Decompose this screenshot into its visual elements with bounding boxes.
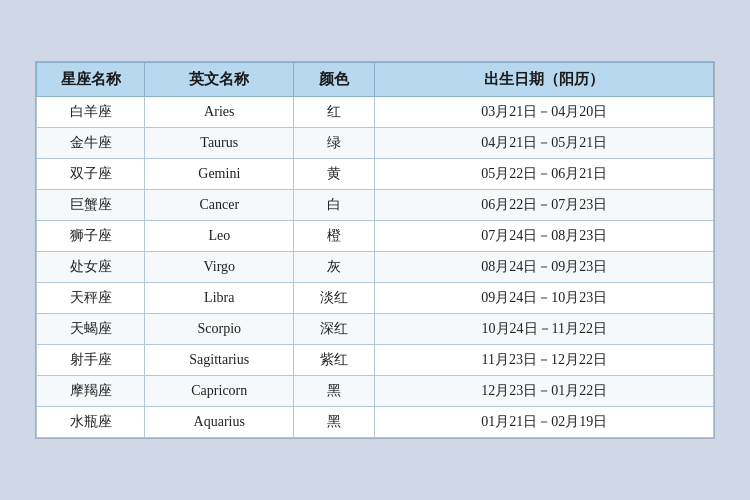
table-row: 天秤座Libra淡红09月24日－10月23日	[37, 283, 714, 314]
table-row: 金牛座Taurus绿04月21日－05月21日	[37, 128, 714, 159]
cell-color: 红	[294, 97, 375, 128]
table-header-row: 星座名称 英文名称 颜色 出生日期（阳历）	[37, 63, 714, 97]
cell-zh-name: 天秤座	[37, 283, 145, 314]
cell-en-name: Aquarius	[145, 407, 294, 438]
cell-en-name: Cancer	[145, 190, 294, 221]
cell-color: 橙	[294, 221, 375, 252]
table-row: 射手座Sagittarius紫红11月23日－12月22日	[37, 345, 714, 376]
cell-color: 黑	[294, 376, 375, 407]
table-row: 处女座Virgo灰08月24日－09月23日	[37, 252, 714, 283]
cell-en-name: Libra	[145, 283, 294, 314]
header-zh-name: 星座名称	[37, 63, 145, 97]
table-row: 摩羯座Capricorn黑12月23日－01月22日	[37, 376, 714, 407]
cell-date: 04月21日－05月21日	[375, 128, 714, 159]
cell-zh-name: 射手座	[37, 345, 145, 376]
table-row: 双子座Gemini黄05月22日－06月21日	[37, 159, 714, 190]
cell-en-name: Virgo	[145, 252, 294, 283]
cell-zh-name: 白羊座	[37, 97, 145, 128]
cell-en-name: Taurus	[145, 128, 294, 159]
header-en-name: 英文名称	[145, 63, 294, 97]
cell-zh-name: 金牛座	[37, 128, 145, 159]
cell-color: 绿	[294, 128, 375, 159]
cell-date: 06月22日－07月23日	[375, 190, 714, 221]
cell-color: 淡红	[294, 283, 375, 314]
table-row: 巨蟹座Cancer白06月22日－07月23日	[37, 190, 714, 221]
cell-zh-name: 摩羯座	[37, 376, 145, 407]
cell-color: 黑	[294, 407, 375, 438]
cell-color: 白	[294, 190, 375, 221]
cell-zh-name: 双子座	[37, 159, 145, 190]
cell-zh-name: 巨蟹座	[37, 190, 145, 221]
cell-date: 07月24日－08月23日	[375, 221, 714, 252]
cell-date: 09月24日－10月23日	[375, 283, 714, 314]
cell-en-name: Leo	[145, 221, 294, 252]
cell-en-name: Aries	[145, 97, 294, 128]
header-color: 颜色	[294, 63, 375, 97]
table-row: 狮子座Leo橙07月24日－08月23日	[37, 221, 714, 252]
cell-date: 08月24日－09月23日	[375, 252, 714, 283]
cell-color: 紫红	[294, 345, 375, 376]
header-date: 出生日期（阳历）	[375, 63, 714, 97]
zodiac-table: 星座名称 英文名称 颜色 出生日期（阳历） 白羊座Aries红03月21日－04…	[36, 62, 714, 438]
table-row: 白羊座Aries红03月21日－04月20日	[37, 97, 714, 128]
cell-date: 11月23日－12月22日	[375, 345, 714, 376]
table-row: 水瓶座Aquarius黑01月21日－02月19日	[37, 407, 714, 438]
cell-date: 10月24日－11月22日	[375, 314, 714, 345]
cell-color: 黄	[294, 159, 375, 190]
cell-en-name: Gemini	[145, 159, 294, 190]
cell-en-name: Capricorn	[145, 376, 294, 407]
zodiac-table-container: 星座名称 英文名称 颜色 出生日期（阳历） 白羊座Aries红03月21日－04…	[35, 61, 715, 439]
table-row: 天蝎座Scorpio深红10月24日－11月22日	[37, 314, 714, 345]
cell-date: 12月23日－01月22日	[375, 376, 714, 407]
cell-zh-name: 狮子座	[37, 221, 145, 252]
cell-date: 03月21日－04月20日	[375, 97, 714, 128]
cell-zh-name: 水瓶座	[37, 407, 145, 438]
cell-en-name: Sagittarius	[145, 345, 294, 376]
cell-en-name: Scorpio	[145, 314, 294, 345]
cell-zh-name: 天蝎座	[37, 314, 145, 345]
cell-color: 灰	[294, 252, 375, 283]
cell-color: 深红	[294, 314, 375, 345]
cell-date: 01月21日－02月19日	[375, 407, 714, 438]
cell-zh-name: 处女座	[37, 252, 145, 283]
cell-date: 05月22日－06月21日	[375, 159, 714, 190]
